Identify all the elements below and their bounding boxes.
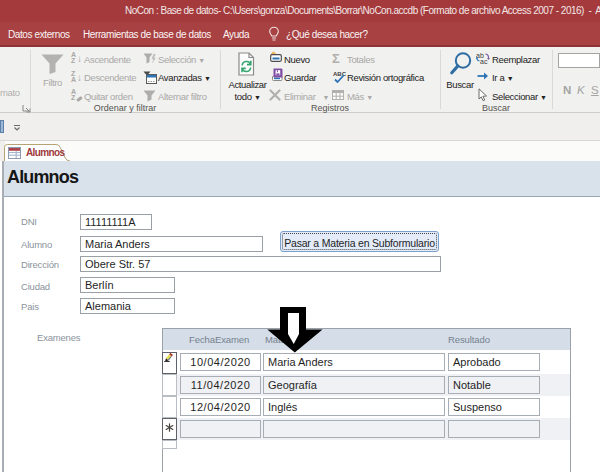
svg-text:ac: ac <box>480 58 488 64</box>
